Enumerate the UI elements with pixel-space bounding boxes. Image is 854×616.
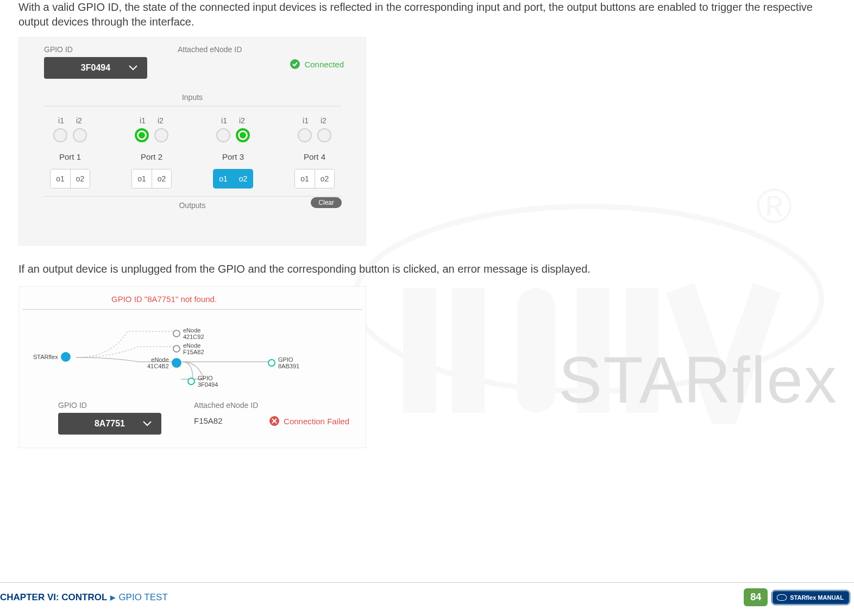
topo-enode-2: eNodeF15A82 xyxy=(173,342,204,355)
page-number-badge: 84 xyxy=(744,588,768,606)
attached-enode-label-2: Attached eNode ID xyxy=(194,401,258,410)
port-label: Port 3 xyxy=(222,152,244,161)
node-dot-icon xyxy=(172,358,181,368)
port-label: Port 1 xyxy=(59,152,81,161)
topo-gpio-1: GPIO8AB391 xyxy=(268,356,299,369)
node-dot-icon xyxy=(268,359,275,367)
input-indicator xyxy=(154,128,168,142)
input-header-i2: i2 xyxy=(76,116,82,125)
check-icon xyxy=(290,59,300,69)
connection-status: Connected xyxy=(290,59,344,69)
node-type: eNode xyxy=(183,327,200,334)
node-id: 421C92 xyxy=(183,334,204,340)
output-o1: o1 xyxy=(214,169,233,188)
output-toggle-port3[interactable]: o1o2 xyxy=(213,169,253,188)
connection-status-text-2: Connection Failed xyxy=(284,417,349,426)
section-label: GPIO TEST xyxy=(118,592,167,603)
gpio-id-label-2: GPIO ID xyxy=(58,401,161,410)
gpio-id-label: GPIO ID xyxy=(44,45,147,54)
gpio-panel-error: GPIO ID "8A7751" not found. STARflex eNo… xyxy=(18,286,366,448)
output-o1: o1 xyxy=(51,169,70,188)
gpio-id-value-2: 8A7751 xyxy=(95,419,125,429)
divider xyxy=(43,196,342,197)
connection-status-failed: Connection Failed xyxy=(269,416,349,426)
node-type: GPIO xyxy=(198,375,213,381)
output-o2: o2 xyxy=(315,169,334,188)
output-o1: o1 xyxy=(295,169,315,188)
topo-enode-1: eNode421C92 xyxy=(173,327,204,340)
port-label: Port 4 xyxy=(304,152,325,161)
node-type: eNode xyxy=(151,356,168,363)
node-type: eNode xyxy=(183,342,200,349)
gpio-id-select[interactable]: 3F0494 xyxy=(44,57,147,79)
output-toggle-port1[interactable]: o1o2 xyxy=(50,169,90,188)
input-header-i1: i1 xyxy=(221,116,227,125)
page-footer: CHAPTER VI: CONTROL ▶ GPIO TEST 84 · STA… xyxy=(0,582,854,606)
output-o2: o2 xyxy=(152,169,171,188)
output-o1: o1 xyxy=(132,169,152,188)
node-id: 3F0494 xyxy=(198,381,218,388)
node-dot-icon xyxy=(173,345,180,353)
input-header-i2: i2 xyxy=(158,116,164,125)
clear-button[interactable]: Clear xyxy=(311,197,342,208)
node-dot-icon xyxy=(187,378,195,385)
node-dot-icon xyxy=(61,352,71,362)
topo-enode-3: eNode41C4B2 xyxy=(147,356,181,369)
chevron-down-icon xyxy=(143,421,152,426)
chapter-label: CHAPTER VI: CONTROL xyxy=(0,592,107,603)
input-indicator xyxy=(298,128,312,142)
manual-label: STARflex MANUAL xyxy=(790,594,844,601)
output-o2: o2 xyxy=(233,169,253,188)
logo-icon: · xyxy=(777,594,787,601)
topo-root-node: STARflex xyxy=(33,352,71,362)
input-indicator-on xyxy=(135,128,149,142)
input-indicator xyxy=(73,128,87,142)
breadcrumb: CHAPTER VI: CONTROL ▶ GPIO TEST xyxy=(0,592,168,603)
input-header-i1: i1 xyxy=(303,116,309,125)
chevron-down-icon xyxy=(129,65,137,71)
gpio-panel-connected: GPIO ID 3F0494 Attached eNode ID Connect… xyxy=(18,37,366,246)
node-id: 41C4B2 xyxy=(147,363,169,369)
topology-diagram: STARflex eNode421C92 eNodeF15A82 eNode41… xyxy=(30,315,355,397)
topo-root-label: STARflex xyxy=(33,354,58,360)
x-icon xyxy=(269,416,279,426)
error-message: GPIO ID "8A7751" not found. xyxy=(19,287,366,309)
outputs-section-label: Outputs xyxy=(43,201,342,210)
output-toggle-port2[interactable]: o1o2 xyxy=(131,169,172,188)
port-column-3: i1i2 Port 3 o1o2 xyxy=(206,116,260,188)
mid-paragraph: If an output device is unplugged from th… xyxy=(18,262,836,276)
attached-enode-value: F15A82 xyxy=(194,416,258,425)
input-indicator xyxy=(317,128,331,142)
manual-badge: · STARflex MANUAL xyxy=(772,590,850,605)
node-dot-icon xyxy=(173,330,180,337)
node-type: GPIO xyxy=(278,356,293,363)
input-indicator xyxy=(216,128,230,142)
topo-gpio-2: GPIO3F0494 xyxy=(187,375,218,388)
port-column-2: i1i2 Port 2 o1o2 xyxy=(124,116,179,188)
input-indicator xyxy=(53,128,67,142)
divider xyxy=(22,309,362,310)
attached-enode-label: Attached eNode ID xyxy=(178,45,242,54)
inputs-section-label: Inputs xyxy=(43,93,342,102)
input-header-i2: i2 xyxy=(321,116,326,125)
gpio-id-select-2[interactable]: 8A7751 xyxy=(58,413,161,435)
connection-status-text: Connected xyxy=(304,60,344,69)
port-label: Port 2 xyxy=(141,152,162,161)
input-header-i1: i1 xyxy=(58,116,64,125)
node-id: F15A82 xyxy=(183,349,204,355)
input-header-i2: i2 xyxy=(239,116,245,125)
gpio-id-value: 3F0494 xyxy=(81,63,110,73)
input-indicator-on xyxy=(236,128,250,142)
port-column-4: i1i2 Port 4 o1o2 xyxy=(287,116,342,188)
triangle-right-icon: ▶ xyxy=(110,594,115,601)
output-o2: o2 xyxy=(70,169,90,188)
node-id: 8AB391 xyxy=(278,363,299,369)
output-toggle-port4[interactable]: o1o2 xyxy=(294,169,335,188)
intro-paragraph: With a valid GPIO ID, the state of the c… xyxy=(18,0,836,29)
port-column-1: i1i2 Port 1 o1o2 xyxy=(43,116,97,188)
input-header-i1: i1 xyxy=(140,116,146,125)
